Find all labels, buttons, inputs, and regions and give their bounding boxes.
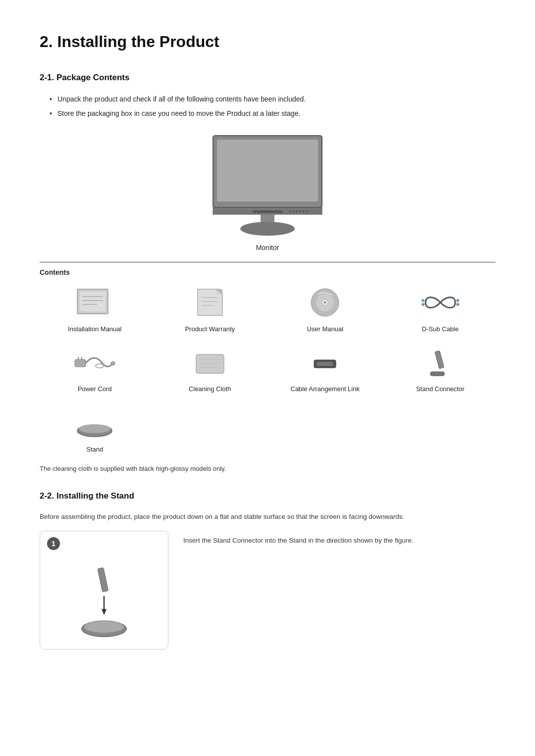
svg-point-27 (422, 303, 425, 306)
svg-point-9 (306, 210, 308, 212)
product-warranty-label: Product Warranty (185, 324, 235, 334)
svg-rect-40 (317, 362, 333, 366)
svg-rect-45 (98, 568, 108, 592)
contents-item-stand-connector: Stand Connector (385, 346, 496, 394)
svg-point-7 (299, 210, 301, 212)
contents-item-cable-arrangement-link: Cable Arrangement Link (270, 346, 380, 394)
svg-point-28 (456, 299, 459, 302)
bullet-item-1: Unpack the product and check if all of t… (50, 94, 495, 104)
svg-marker-17 (198, 289, 222, 315)
contents-item-stand: Stand (40, 406, 150, 454)
contents-item-user-manual: User Manual (270, 286, 380, 334)
svg-point-29 (456, 303, 459, 306)
stand-label: Stand (86, 445, 103, 454)
install-steps: 1 Insert the Stand Connector into the St… (40, 531, 495, 650)
contents-item-power-cord: Power Cord (40, 346, 150, 394)
power-cord-label: Power Cord (78, 384, 112, 394)
stand-icon (75, 406, 114, 441)
step-1-number: 1 (47, 537, 60, 550)
svg-rect-42 (430, 372, 444, 376)
user-manual-icon (308, 286, 342, 320)
svg-rect-13 (80, 292, 106, 311)
monitor-section: Monitor (40, 131, 495, 253)
svg-point-33 (111, 361, 115, 365)
svg-rect-35 (196, 354, 224, 373)
svg-point-11 (240, 222, 295, 236)
monitor-label: Monitor (256, 243, 279, 253)
d-sub-cable-label: D-Sub Cable (422, 324, 459, 334)
user-manual-label: User Manual (307, 324, 343, 334)
bullet-list: Unpack the product and check if all of t… (40, 94, 495, 119)
svg-point-6 (296, 210, 298, 212)
product-warranty-icon (193, 286, 227, 320)
cleaning-cloth-label: Cleaning Cloth (189, 384, 231, 394)
contents-item-product-warranty: Product Warranty (155, 286, 266, 334)
section1-heading: 2-1. Package Contents (40, 71, 495, 84)
installation-manual-icon (75, 286, 114, 320)
svg-point-49 (84, 621, 124, 633)
svg-point-4 (289, 210, 291, 212)
cleaning-cloth-note: The cleaning cloth is supplied with blac… (40, 464, 495, 474)
contents-divider (40, 262, 495, 262)
install-description: Before assembling the product, place the… (40, 512, 495, 522)
section2-heading: 2-2. Installing the Stand (40, 490, 495, 503)
contents-item-cleaning-cloth: Cleaning Cloth (155, 346, 266, 394)
svg-marker-47 (102, 609, 107, 615)
bullet-item-2: Store the packaging box in case you need… (50, 108, 495, 119)
svg-point-44 (79, 424, 110, 433)
cable-arrangement-link-icon (305, 346, 345, 380)
svg-point-34 (96, 364, 104, 368)
svg-rect-3 (253, 210, 282, 213)
step-1-instruction: Insert the Stand Connector into the Stan… (183, 531, 495, 546)
step-1-illustration (59, 555, 149, 642)
monitor-illustration (198, 131, 337, 240)
svg-point-26 (422, 299, 425, 302)
contents-item-d-sub-cable: D-Sub Cable (385, 286, 496, 334)
step-1-box: 1 (40, 531, 168, 650)
cable-arrangement-link-label: Cable Arrangement Link (291, 384, 360, 394)
cleaning-cloth-icon (190, 346, 230, 380)
d-sub-cable-icon (418, 286, 463, 320)
page-title: 2. Installing the Product (40, 30, 495, 53)
power-cord-icon (72, 346, 117, 380)
stand-connector-label: Stand Connector (416, 384, 465, 394)
svg-point-5 (292, 210, 294, 212)
contents-grid: Installation Manual Product Warranty (40, 286, 495, 454)
stand-connector-icon (423, 346, 458, 380)
svg-point-25 (324, 302, 326, 304)
svg-rect-1 (217, 140, 318, 202)
svg-rect-30 (75, 359, 86, 367)
installation-manual-label: Installation Manual (68, 324, 121, 334)
svg-point-8 (303, 210, 305, 212)
svg-rect-41 (435, 351, 444, 368)
contents-header: Contents (40, 267, 495, 278)
contents-item-installation-manual: Installation Manual (40, 286, 150, 334)
